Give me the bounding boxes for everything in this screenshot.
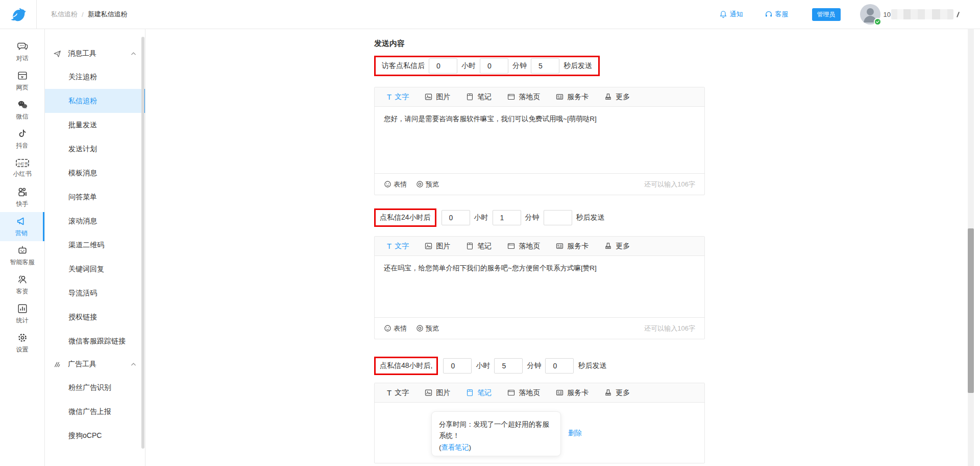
sidebar-section-message-tools[interactable]: 消息工具 [45, 42, 145, 65]
notifications-button[interactable]: 通知 [719, 10, 743, 19]
tab-text[interactable]: T文字 [387, 388, 409, 398]
note-card-text: 分享时间：发现了一个超好用的客服系统！ [439, 421, 549, 439]
view-note-link[interactable]: 查看笔记 [442, 444, 469, 451]
hours-input[interactable] [429, 58, 457, 74]
tab-label: 图片 [436, 92, 450, 102]
emoji-button[interactable]: 表情 [384, 324, 407, 333]
rail-item-kuaishou[interactable]: 快手 [0, 183, 44, 212]
rail-item-smart-service[interactable]: 智能客服 [0, 241, 44, 270]
tab-service-card[interactable]: 服务卡 [555, 92, 589, 102]
tab-note[interactable]: 笔记 [465, 242, 492, 251]
more-icon [604, 388, 612, 397]
image-icon [424, 388, 433, 397]
timing-row-2: 点私信24小时后 小时 分钟 秒后发送 [374, 208, 705, 227]
tab-note[interactable]: 笔记 [465, 92, 492, 102]
tab-service-card[interactable]: 服务卡 [555, 388, 589, 398]
tab-more[interactable]: 更多 [604, 242, 630, 251]
sidebar-item-private-msg-fans[interactable]: 私信追粉 [45, 89, 145, 113]
preview-button[interactable]: 预览 [416, 324, 439, 333]
top-bar: 私信追粉 / 新建私信追粉 通知 客服 管理员 10 [0, 0, 980, 29]
hours-input[interactable] [442, 210, 470, 225]
sidebar-section-ad-tools[interactable]: 广告工具 [45, 353, 145, 376]
sidebar-item-template-msg[interactable]: 模板消息 [45, 161, 145, 185]
tab-label: 更多 [616, 92, 630, 102]
tab-text[interactable]: T文字 [387, 242, 409, 251]
tab-note[interactable]: 笔记 [465, 388, 492, 398]
rail-item-statistics[interactable]: 统计 [0, 299, 44, 329]
delete-note-link[interactable]: 删除 [568, 428, 582, 438]
sidebar-item-traffic-code[interactable]: 导流活码 [45, 281, 145, 305]
breadcrumb: 私信追粉 / 新建私信追粉 [51, 10, 128, 19]
tab-image[interactable]: 图片 [424, 388, 450, 398]
tab-landing-page[interactable]: 落地页 [507, 92, 540, 102]
user-name-prefix: 10 [884, 11, 891, 18]
sidebar-item-send-plan[interactable]: 发送计划 [45, 137, 145, 161]
rail-item-wechat[interactable]: 微信 [0, 96, 44, 125]
char-counter: 还可以输入106字 [644, 324, 695, 333]
message-textarea-1[interactable]: 您好，请问是需要咨询客服软件嘛宝，我们可以免费试用哦~[萌萌哒R] [375, 107, 704, 173]
seconds-input[interactable] [531, 58, 559, 74]
rail-label: 设置 [16, 345, 29, 354]
tab-text[interactable]: T文字 [387, 92, 409, 102]
note-card[interactable]: 分享时间：发现了一个超好用的客服系统！ (查看笔记) [431, 411, 561, 456]
preview-label: 预览 [426, 180, 439, 189]
sidebar-item-keyword-reply[interactable]: 关键词回复 [45, 257, 145, 281]
minutes-unit-label: 分钟 [512, 61, 527, 71]
tab-landing-page[interactable]: 落地页 [507, 242, 540, 251]
timing-row-1-highlight: 访客点私信后 小时 分钟 秒后发送 [374, 56, 600, 76]
page-scrollbar-thumb[interactable] [968, 228, 974, 393]
user-menu-caret-icon[interactable] [957, 12, 960, 17]
tab-more[interactable]: 更多 [604, 388, 630, 398]
rail-item-douyin[interactable]: 抖音 [0, 125, 44, 154]
sidebar-item-scroll-msg[interactable]: 滚动消息 [45, 209, 145, 233]
customer-service-button[interactable]: 客服 [765, 10, 789, 19]
tab-label: 文字 [395, 388, 409, 398]
service-card-icon [555, 92, 564, 101]
page-scrollbar-track[interactable] [968, 29, 974, 466]
rail-item-leads[interactable]: 客资 [0, 270, 44, 299]
seconds-input[interactable] [544, 210, 572, 225]
app-logo[interactable] [0, 0, 37, 29]
minutes-input[interactable] [480, 58, 508, 74]
rail-item-xiaohongshu[interactable]: 小红书 [0, 154, 44, 183]
tab-more[interactable]: 更多 [604, 92, 630, 102]
sidebar-item-sogou-ocpc[interactable]: 搜狗oCPC [45, 424, 145, 448]
user-account[interactable]: 10 [860, 4, 959, 25]
headset-icon [765, 10, 773, 18]
hours-unit-label: 小时 [476, 361, 490, 370]
sidebar-item-wecom-track-link[interactable]: 微信客服跟踪链接 [45, 329, 145, 353]
chevron-up-icon [130, 51, 137, 57]
rail-item-webpage[interactable]: 网页 [0, 66, 44, 96]
tab-image[interactable]: 图片 [424, 92, 450, 102]
tab-label: 图片 [436, 242, 450, 251]
minutes-input[interactable] [494, 358, 523, 374]
admin-role-badge[interactable]: 管理员 [812, 8, 841, 21]
seconds-input[interactable] [545, 358, 574, 374]
sidebar-item-wechat-ad-report[interactable]: 微信广告上报 [45, 400, 145, 424]
hours-input[interactable] [443, 358, 472, 374]
tab-label: 更多 [616, 242, 630, 251]
tab-service-card[interactable]: 服务卡 [555, 242, 589, 251]
message-editor-1: T文字 图片 笔记 落地页 服务卡 更多 您好，请问是需要咨询客服软件嘛宝，我们… [374, 87, 705, 195]
minutes-input[interactable] [493, 210, 521, 225]
tab-image[interactable]: 图片 [424, 242, 450, 251]
rail-label: 智能客服 [10, 258, 35, 267]
preview-button[interactable]: 预览 [416, 180, 439, 189]
editor-1-footer: 表情 预览 还可以输入106字 [375, 173, 704, 195]
paper-plane-icon [53, 50, 62, 58]
sidebar-item-qa-menu[interactable]: 问答菜单 [45, 185, 145, 209]
sidebar-item-follow-fans[interactable]: 关注追粉 [45, 65, 145, 89]
sidebar-item-fan-ad-recognition[interactable]: 粉丝广告识别 [45, 376, 145, 400]
message-textarea-2[interactable]: 还在吗宝，给您简单介绍下我们的服务吧~您方便留个联系方式嘛[赞R] [375, 256, 704, 317]
rail-item-chat[interactable]: 对话 [0, 37, 44, 66]
emoji-button[interactable]: 表情 [384, 180, 407, 189]
sidebar-item-batch-send[interactable]: 批量发送 [45, 113, 145, 137]
tab-landing-page[interactable]: 落地页 [507, 388, 540, 398]
sidebar-item-auth-link[interactable]: 授权链接 [45, 305, 145, 329]
sidebar-scrollbar-thumb[interactable] [141, 37, 144, 449]
sidebar-item-channel-qrcode[interactable]: 渠道二维码 [45, 233, 145, 257]
breadcrumb-parent[interactable]: 私信追粉 [51, 10, 78, 19]
rail-item-settings[interactable]: 设置 [0, 329, 44, 358]
rail-item-marketing[interactable]: 营销 [0, 212, 44, 241]
chevron-up-icon [130, 361, 137, 368]
